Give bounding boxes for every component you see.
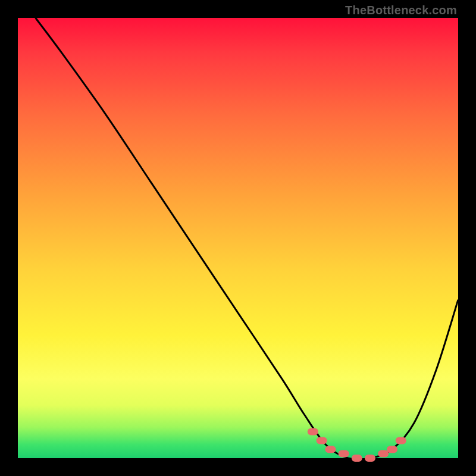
optimal-marker	[325, 446, 336, 453]
optimal-marker	[339, 450, 349, 458]
credit-watermark: TheBottleneck.com	[345, 4, 457, 17]
chart-frame: TheBottleneck.com	[0, 0, 476, 476]
curve-layer	[18, 18, 458, 458]
optimal-range-markers	[308, 428, 406, 462]
optimal-marker	[387, 446, 397, 453]
optimal-marker	[308, 428, 318, 436]
bottleneck-curve	[36, 18, 458, 459]
plot-area	[18, 18, 458, 458]
optimal-marker	[352, 455, 362, 462]
optimal-marker	[317, 437, 327, 444]
optimal-marker	[365, 455, 375, 462]
optimal-marker	[378, 450, 389, 458]
optimal-marker	[396, 437, 406, 444]
